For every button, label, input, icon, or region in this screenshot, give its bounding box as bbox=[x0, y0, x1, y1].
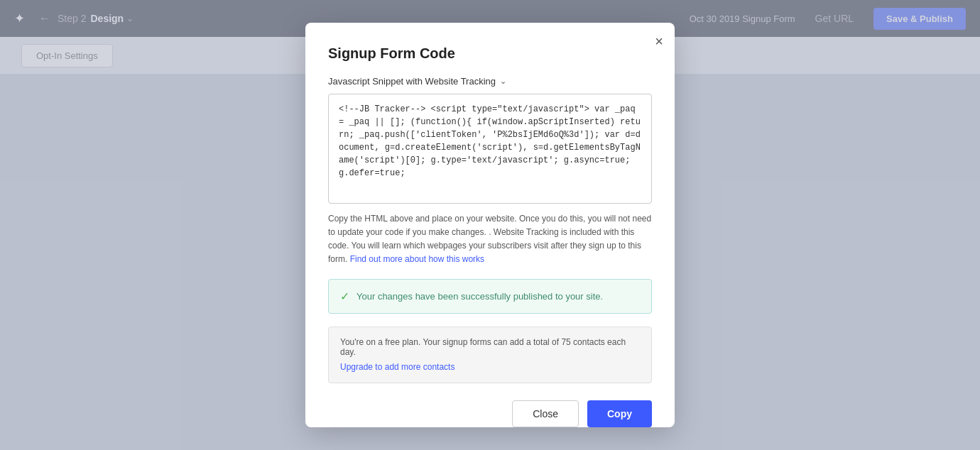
snippet-selector[interactable]: Javascript Snippet with Website Tracking… bbox=[328, 76, 652, 87]
snippet-selector-label: Javascript Snippet with Website Tracking bbox=[328, 76, 496, 87]
code-block[interactable]: <!--JB Tracker--> <script type="text/jav… bbox=[328, 94, 652, 204]
modal-overlay: × Signup Form Code Javascript Snippet wi… bbox=[0, 0, 980, 450]
success-message: Your changes have been successfully publ… bbox=[356, 291, 603, 302]
close-button[interactable]: Close bbox=[512, 400, 579, 427]
success-banner: ✓ Your changes have been successfully pu… bbox=[328, 279, 652, 314]
modal-close-button[interactable]: × bbox=[655, 34, 663, 48]
free-plan-text: You're on a free plan. Your signup forms… bbox=[340, 337, 640, 357]
find-out-more-link[interactable]: Find out more about how this works bbox=[350, 254, 484, 264]
signup-form-code-modal: × Signup Form Code Javascript Snippet wi… bbox=[305, 23, 675, 428]
code-description: Copy the HTML above and place on your we… bbox=[328, 212, 652, 267]
upgrade-link[interactable]: Upgrade to add more contacts bbox=[340, 362, 454, 372]
success-check-icon: ✓ bbox=[340, 290, 349, 303]
snippet-chevron-icon: ⌄ bbox=[500, 77, 506, 86]
free-plan-box: You're on a free plan. Your signup forms… bbox=[328, 326, 652, 383]
modal-title: Signup Form Code bbox=[328, 45, 652, 62]
modal-footer: Close Copy bbox=[328, 400, 652, 427]
copy-button[interactable]: Copy bbox=[587, 400, 652, 427]
